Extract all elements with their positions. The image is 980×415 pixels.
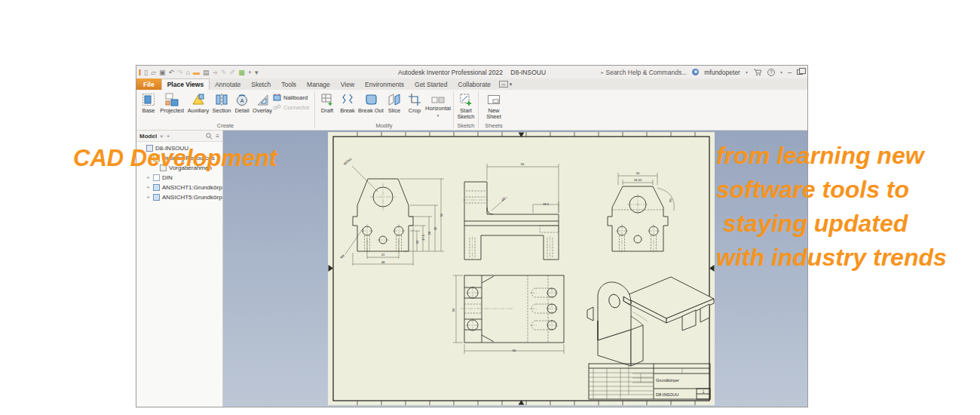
ribbon-group-sheets: New Sheet Sheets: [479, 90, 509, 130]
tree-expander[interactable]: +: [145, 194, 151, 201]
cart-icon[interactable]: [753, 69, 762, 76]
user-menu-caret-icon[interactable]: ▾: [746, 69, 748, 75]
overlay-view-button[interactable]: Overlay: [253, 91, 272, 114]
title-bar: I▯▱▣↶↷⌂▬▤➜✎✐▩+▾ Autodesk Inventor Profes…: [136, 66, 807, 78]
sketch-icon-a[interactable]: ✎: [221, 69, 227, 76]
nailboard-view-button[interactable]: Nailboard: [273, 94, 312, 102]
user-avatar[interactable]: [692, 69, 699, 75]
ribbon-display-caret-icon[interactable]: ▾: [510, 81, 513, 88]
dimension-label: 18.45: [634, 178, 642, 182]
tab-view[interactable]: View: [335, 78, 360, 90]
dimension-label: 50: [452, 308, 455, 312]
crop-icon: [407, 92, 422, 107]
add-browser-tab-icon[interactable]: +: [167, 133, 170, 140]
open-folder-icon[interactable]: ▱: [151, 69, 156, 76]
sheet-icon: [153, 174, 160, 181]
start-sketch-icon: [458, 92, 473, 107]
slice-icon: [387, 92, 402, 107]
draft-icon: [320, 92, 335, 107]
auxiliary-view-button[interactable]: Auxiliary: [185, 91, 211, 114]
new-document-icon[interactable]: ▯: [144, 69, 148, 76]
projected-view-button[interactable]: Projected: [159, 91, 185, 114]
browser-menu-icon[interactable]: ≡: [216, 133, 219, 140]
overlay-text-line: staying updated: [716, 207, 947, 241]
save-icon[interactable]: ▣: [159, 69, 166, 76]
tab-manage[interactable]: Manage: [302, 78, 335, 90]
quick-access-toolbar[interactable]: I▯▱▣↶↷⌂▬▤➜✎✐▩+▾: [136, 69, 258, 76]
tree-item[interactable]: +ANSICHT5:Grundkörper.ipt: [136, 192, 222, 202]
overlay-text-line: software tools to: [716, 173, 947, 207]
drawing-sheet[interactable]: Grundkörper D8-INSOUU 1 M20x1M821481017.…: [328, 132, 715, 405]
tree-expander[interactable]: +: [145, 174, 151, 181]
search-expand-icon[interactable]: ▸: [601, 69, 603, 75]
start-sketch-button[interactable]: StartSketch: [456, 91, 476, 120]
material-swatch-icon[interactable]: ▬: [193, 69, 200, 76]
break-out-button[interactable]: Break Out: [358, 91, 384, 114]
dimension-label: 10: [415, 240, 419, 244]
tab-file[interactable]: File: [136, 78, 161, 90]
tree-item-label: DIN: [162, 174, 173, 181]
tab-get-started[interactable]: Get Started: [409, 78, 452, 90]
dimension-label: 55: [521, 162, 525, 166]
redo-icon[interactable]: ↷: [177, 69, 183, 76]
overlay-text-line: with industry trends: [716, 241, 947, 275]
ribbon-display-toggle[interactable]: ▭▾: [499, 78, 512, 90]
undo-icon[interactable]: ↶: [168, 69, 174, 76]
close-browser-icon[interactable]: ×: [160, 133, 164, 140]
section-view-icon: [214, 92, 229, 107]
ribbon-group-create: Base Projected Auxiliary Section: [136, 90, 314, 130]
ribbon-group-sketch: StartSketch Sketch: [454, 90, 478, 130]
tab-sketch[interactable]: Sketch: [246, 78, 276, 90]
tab-environments[interactable]: Environments: [360, 78, 409, 90]
tree-expander[interactable]: +: [145, 184, 151, 191]
slice-button[interactable]: Slice: [384, 91, 404, 114]
sheets-group-label[interactable]: Sheets: [479, 122, 509, 130]
search-input[interactable]: Search Help & Commands...: [606, 69, 688, 76]
add-icon[interactable]: +: [248, 69, 252, 76]
home-icon[interactable]: ⌂: [186, 69, 190, 76]
draft-button[interactable]: Draft: [317, 91, 337, 114]
horizontal-icon: [431, 96, 445, 105]
create-group-label[interactable]: Create: [136, 122, 314, 130]
print-icon[interactable]: ▤: [203, 69, 210, 76]
modify-group-label[interactable]: Modify: [315, 122, 453, 130]
overlay-text-line: from learning new: [716, 139, 947, 173]
tab-annotate[interactable]: Annotate: [210, 78, 246, 90]
horizontal-button[interactable]: Horizontal ▾: [425, 91, 451, 118]
help-icon[interactable]: ?: [767, 69, 775, 76]
tab-place-views[interactable]: Place Views: [161, 78, 210, 90]
sketch-group-label[interactable]: Sketch: [454, 122, 478, 130]
customize-qat-icon[interactable]: ▾: [255, 69, 259, 76]
sketch-icon-b[interactable]: ✐: [230, 69, 236, 76]
return-icon[interactable]: ➜: [213, 69, 219, 76]
tree-item[interactable]: +ANSICHT1:Grundkörper.ipt: [136, 183, 222, 192]
break-button[interactable]: Break: [338, 91, 357, 114]
tree-item[interactable]: +DIN: [136, 173, 222, 183]
restore-button[interactable]: [797, 69, 803, 75]
detail-view-icon: A: [234, 92, 250, 107]
component-icon[interactable]: ▩: [238, 69, 245, 76]
view-icon: [153, 194, 160, 201]
browser-tab-model[interactable]: Model: [139, 133, 157, 140]
tab-tools[interactable]: Tools: [276, 78, 302, 90]
help-menu-caret-icon[interactable]: ▾: [780, 69, 782, 75]
ribbon-group-modify: Draft Break Break Out Slice: [315, 90, 453, 130]
section-view-button[interactable]: Section: [212, 91, 231, 114]
new-sheet-icon: [486, 92, 501, 107]
base-view-button[interactable]: Base: [139, 91, 158, 114]
help-search[interactable]: ▸ Search Help & Commands...: [601, 69, 687, 76]
new-sheet-button[interactable]: New Sheet: [481, 91, 507, 120]
dimension-label: 48: [381, 260, 385, 264]
search-icon[interactable]: [206, 133, 213, 140]
user-name[interactable]: mfundopeter: [704, 69, 740, 76]
crop-button[interactable]: Crop: [405, 91, 424, 114]
tab-collaborate[interactable]: Collaborate: [453, 78, 496, 90]
view-icon: [153, 184, 160, 191]
ribbon-display-icon[interactable]: ▭: [499, 81, 508, 88]
inventor-logo[interactable]: I: [139, 69, 141, 76]
detail-view-button[interactable]: A Detail: [232, 91, 252, 114]
titleblock-doc-name: D8-INSOUU: [656, 392, 678, 397]
dimension-label: 28: [427, 231, 431, 235]
overlay-view-icon: [255, 92, 270, 107]
minimize-button[interactable]: –: [788, 69, 792, 76]
